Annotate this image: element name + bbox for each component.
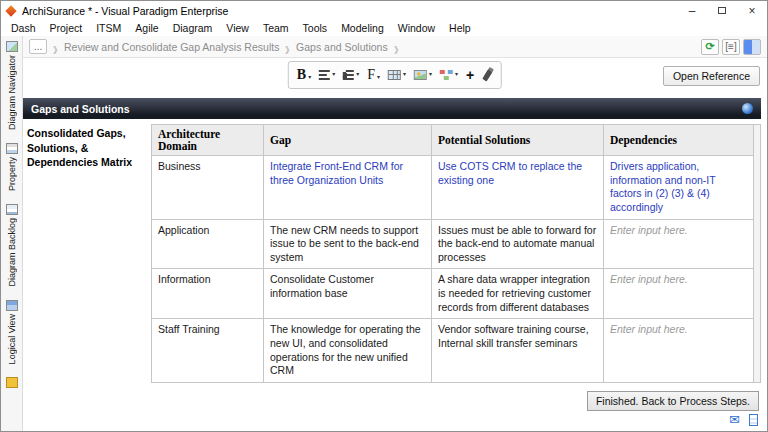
panels-layout-icon[interactable]: [743, 39, 761, 55]
toolbar-zone: B ▾ ▾ ▾ F ▾: [23, 58, 767, 95]
maximize-button[interactable]: [707, 1, 737, 20]
cell-gap[interactable]: Integrate Front-End CRM for three Organi…: [264, 156, 432, 220]
cell-solution[interactable]: Vendor software training course, Interna…: [432, 319, 604, 383]
caret-down-icon: ▾: [429, 70, 432, 77]
highlight-button[interactable]: [482, 70, 493, 81]
content-area: Consolidated Gaps, Solutions, & Dependen…: [23, 119, 767, 431]
tab-label: Logical View: [7, 314, 17, 364]
table-button[interactable]: ▾: [388, 70, 406, 80]
status-corner: ✉: [729, 413, 758, 426]
list-button[interactable]: ▾: [343, 70, 359, 80]
menu-item-view[interactable]: View: [219, 22, 256, 34]
cell-solution[interactable]: Issues must be able to forward for the b…: [432, 219, 604, 269]
close-button[interactable]: ×: [737, 1, 767, 20]
cell-domain: Staff Training: [152, 319, 264, 383]
cell-domain: Information: [152, 269, 264, 319]
chevron-right-icon: ›: [285, 35, 290, 59]
header-row: Architecture Domain Gap Potential Soluti…: [152, 125, 754, 156]
panel-header: Gaps and Solutions: [23, 98, 761, 119]
formatting-toolbar: B ▾ ▾ ▾ F ▾: [288, 61, 502, 89]
menu-bar: Dash Project ITSM Agile Diagram View Tea…: [1, 20, 767, 36]
cell-dependency[interactable]: Drivers application, information and non…: [604, 156, 754, 220]
logical-view-icon: [6, 300, 18, 311]
diagram-navigator-icon: [6, 41, 18, 52]
tab-label: Property: [7, 157, 17, 191]
matrix-title: Consolidated Gaps, Solutions, & Dependen…: [27, 124, 145, 383]
font-button[interactable]: F ▾: [367, 67, 380, 83]
breadcrumb-item-gaps[interactable]: Gaps and Solutions: [296, 41, 388, 53]
document-icon[interactable]: [749, 414, 758, 426]
panel-title: Gaps and Solutions: [31, 103, 130, 115]
menu-item-agile[interactable]: Agile: [128, 22, 165, 34]
column-header-potential-solutions: Potential Solutions: [432, 125, 604, 156]
tab-property[interactable]: Property: [6, 143, 18, 191]
table-scrollbar[interactable]: [754, 124, 761, 383]
caret-down-icon: ▾: [356, 70, 359, 77]
cell-gap[interactable]: Consolidate Customer information base: [264, 269, 432, 319]
shapes-icon: [440, 70, 453, 80]
breadcrumb-ellipsis-button[interactable]: ...: [29, 39, 47, 54]
caret-down-icon: ▾: [332, 70, 335, 77]
minimize-button[interactable]: –: [677, 1, 707, 20]
mail-icon[interactable]: ✉: [729, 413, 740, 426]
panel-info-icon[interactable]: [742, 103, 753, 114]
cell-dependency[interactable]: Enter input here.: [604, 269, 754, 319]
breadcrumb-actions: ⟳ [≡]: [701, 39, 761, 55]
menu-item-itsm[interactable]: ITSM: [89, 22, 128, 34]
tab-label: Diagram Navigator: [7, 55, 17, 130]
brackets-icon[interactable]: [≡]: [722, 39, 740, 55]
plus-icon: +: [466, 67, 474, 83]
chevron-right-icon: ›: [393, 35, 398, 59]
menu-item-dash[interactable]: Dash: [4, 22, 43, 34]
breadcrumb-item-review[interactable]: Review and Consolidate Gap Analysis Resu…: [64, 41, 279, 53]
gaps-solutions-table: Architecture Domain Gap Potential Soluti…: [151, 124, 754, 383]
menu-item-tools[interactable]: Tools: [296, 22, 335, 34]
diagram-backlog-icon: [6, 204, 18, 215]
cell-dependency[interactable]: Enter input here.: [604, 219, 754, 269]
visual-paradigm-logo-icon: [5, 5, 16, 16]
align-left-icon: [319, 70, 330, 80]
shapes-button[interactable]: ▾: [440, 70, 458, 80]
cell-gap[interactable]: The new CRM needs to support issue to be…: [264, 219, 432, 269]
menu-item-window[interactable]: Window: [391, 22, 442, 34]
cell-solution[interactable]: A share data wrapper integration is need…: [432, 269, 604, 319]
menu-item-modeling[interactable]: Modeling: [334, 22, 391, 34]
window-controls: – ×: [677, 1, 767, 20]
caret-down-icon: ▾: [377, 73, 380, 80]
bold-icon: B: [297, 67, 306, 83]
tab-diagram-navigator[interactable]: Diagram Navigator: [6, 41, 18, 130]
font-icon: F: [367, 67, 375, 83]
table-row: Information Consolidate Customer informa…: [152, 269, 754, 319]
cell-gap[interactable]: The knowledge for operating the new UI, …: [264, 319, 432, 383]
menu-item-help[interactable]: Help: [442, 22, 478, 34]
tab-label: Diagram Backlog: [7, 218, 17, 287]
image-icon: [414, 70, 427, 80]
bold-button[interactable]: B ▾: [297, 67, 311, 83]
open-reference-button[interactable]: Open Reference: [663, 66, 760, 86]
tab-logical-view[interactable]: Logical View: [6, 300, 18, 364]
menu-item-project[interactable]: Project: [43, 22, 90, 34]
cell-solution[interactable]: Use COTS CRM to replace the existing one: [432, 156, 604, 220]
menu-item-team[interactable]: Team: [256, 22, 296, 34]
bullet-list-icon: [343, 70, 354, 80]
alignment-button[interactable]: ▾: [319, 70, 335, 80]
property-icon: [6, 143, 18, 154]
flashlight-icon: [483, 69, 493, 81]
window-title: ArchiSurance * - Visual Paradigm Enterpr…: [22, 5, 228, 17]
table-row: Staff Training The knowledge for operati…: [152, 319, 754, 383]
folder-icon[interactable]: [6, 377, 18, 388]
tab-diagram-backlog[interactable]: Diagram Backlog: [6, 204, 18, 287]
menu-item-diagram[interactable]: Diagram: [166, 22, 220, 34]
image-button[interactable]: ▾: [414, 70, 432, 80]
sync-icon[interactable]: ⟳: [701, 39, 719, 55]
add-button[interactable]: +: [466, 67, 474, 83]
finished-back-button[interactable]: Finished. Back to Process Steps.: [587, 391, 759, 411]
cell-domain: Application: [152, 219, 264, 269]
side-tab-strip: Diagram Navigator Property Diagram Backl…: [1, 36, 23, 431]
caret-down-icon: ▾: [308, 73, 311, 80]
app-window: ArchiSurance * - Visual Paradigm Enterpr…: [0, 0, 768, 432]
cell-dependency[interactable]: Enter input here.: [604, 319, 754, 383]
title-bar: ArchiSurance * - Visual Paradigm Enterpr…: [1, 1, 767, 20]
breadcrumb: ... › Review and Consolidate Gap Analysi…: [23, 36, 767, 58]
table-icon: [388, 70, 401, 80]
